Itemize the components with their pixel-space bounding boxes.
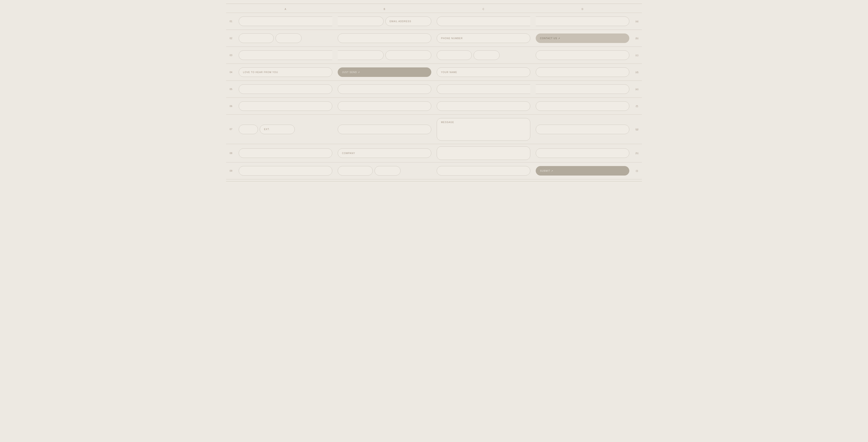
- pill-07b[interactable]: [338, 125, 431, 134]
- pill-07a-1[interactable]: [239, 125, 258, 134]
- pill-03c-1[interactable]: [437, 51, 472, 60]
- row04-col-c: YOUR NAME: [434, 65, 533, 79]
- pill-03a[interactable]: [239, 51, 332, 60]
- pill-02b[interactable]: [338, 33, 431, 43]
- pill-08a[interactable]: [239, 148, 332, 158]
- row-06: 06 (f): [226, 98, 642, 115]
- col-header-a: A: [236, 8, 335, 10]
- pill-08d[interactable]: [536, 148, 629, 158]
- row-index-01: 01: [226, 20, 236, 23]
- row04-col-d: [533, 65, 632, 79]
- pill-09b-2[interactable]: [375, 166, 401, 176]
- row-index-07: 07: [226, 128, 236, 130]
- message-pill[interactable]: MESSAGE: [437, 118, 530, 141]
- row07-col-c: MESSAGE: [434, 116, 533, 143]
- your-name-pill[interactable]: YOUR NAME: [437, 67, 530, 77]
- row04-col-b: JUST SEND ↗: [335, 65, 434, 79]
- pill-02a-2[interactable]: [276, 33, 302, 43]
- pill-05b[interactable]: [338, 84, 431, 94]
- phone-number-pill[interactable]: PHONE NUMBER: [437, 33, 530, 43]
- row-07: 07 EXT. MESSAGE (g): [226, 115, 642, 144]
- row06-col-d: [533, 99, 632, 113]
- pill-04d[interactable]: [536, 67, 629, 77]
- row-alpha-c: (c): [632, 54, 642, 57]
- row06-col-a: [236, 99, 335, 113]
- row08-col-c: [434, 144, 533, 162]
- row08-col-b: COMPANY: [335, 146, 434, 160]
- row07-col-b: [335, 122, 434, 137]
- row01-col-a: [236, 14, 335, 28]
- just-send-button[interactable]: JUST SEND ↗: [338, 67, 431, 77]
- row-05: 05 (e): [226, 81, 642, 98]
- row06-col-b: [335, 99, 434, 113]
- row-alpha-i: (i): [632, 170, 642, 172]
- row01-col-d: [533, 14, 632, 28]
- contact-us-button[interactable]: CONTACT US ↗: [536, 33, 629, 43]
- ext-pill[interactable]: EXT.: [260, 125, 295, 134]
- row-alpha-a: (a): [632, 20, 642, 23]
- col-header-c: C: [434, 8, 533, 10]
- row-03: 03 (c): [226, 47, 642, 64]
- row-index-09: 09: [226, 170, 236, 172]
- pill-09c[interactable]: [437, 166, 530, 176]
- row01-col-b: EMAIL ADDRESS: [335, 14, 434, 28]
- row07-col-d: [533, 122, 632, 137]
- pill-09a[interactable]: [239, 166, 332, 176]
- row09-col-d: SUBMIT ↗: [533, 164, 632, 178]
- row-index-spacer: [226, 8, 236, 10]
- pill-01a[interactable]: [239, 17, 332, 26]
- row04-col-a: LOVE TO HEAR FROM YOU: [236, 65, 335, 79]
- pill-03b-left: [338, 51, 383, 60]
- row-01: 01 EMAIL ADDRESS (a): [226, 13, 642, 30]
- row09-col-c: [434, 164, 533, 178]
- row-index-04: 04: [226, 71, 236, 73]
- row09-col-b: [335, 164, 434, 178]
- row-02: 02 PHONE NUMBER CONTACT US ↗ (b): [226, 30, 642, 47]
- row09-col-a: [236, 164, 335, 178]
- row06-col-c: [434, 99, 533, 113]
- pill-06a[interactable]: [239, 101, 332, 111]
- pill-06c[interactable]: [437, 101, 530, 111]
- col-header-b: B: [335, 8, 434, 10]
- pill-01c[interactable]: [437, 17, 530, 26]
- row01-col-c: [434, 14, 533, 28]
- row02-col-d: CONTACT US ↗: [533, 31, 632, 45]
- pill-06d[interactable]: [536, 101, 629, 111]
- row-09: 09 SUBMIT ↗ (i): [226, 163, 642, 179]
- pill-05c[interactable]: [437, 84, 530, 94]
- row02-col-c: PHONE NUMBER: [434, 31, 533, 45]
- pill-06b[interactable]: [338, 101, 431, 111]
- pill-03b-right[interactable]: [385, 51, 432, 60]
- company-pill[interactable]: COMPANY: [338, 148, 431, 158]
- row-04: 04 LOVE TO HEAR FROM YOU JUST SEND ↗ YOU…: [226, 64, 642, 81]
- row02-col-b: [335, 31, 434, 45]
- pill-09b-1[interactable]: [338, 166, 373, 176]
- row-index-06: 06: [226, 105, 236, 108]
- row-alpha-b: (b): [632, 37, 642, 39]
- pill-01d[interactable]: [536, 17, 629, 26]
- row-index-02: 02: [226, 37, 236, 39]
- row-alpha-h: (h): [632, 152, 642, 154]
- pill-03d[interactable]: [536, 51, 629, 60]
- row-index-08: 08: [226, 152, 236, 154]
- row05-col-d: [533, 82, 632, 96]
- row-index-03: 03: [226, 54, 236, 57]
- pill-05d[interactable]: [536, 84, 629, 94]
- row-alpha-f: (f): [632, 105, 642, 108]
- row-index-05: 05: [226, 88, 236, 90]
- row03-col-d: [533, 48, 632, 62]
- row08-col-a: [236, 146, 335, 160]
- row-alpha-spacer: [632, 8, 642, 10]
- row02-col-a: [236, 31, 335, 45]
- pill-05a[interactable]: [239, 84, 332, 94]
- pill-07d[interactable]: [536, 125, 629, 134]
- bottom-rule: [226, 181, 642, 181]
- love-to-hear-pill: LOVE TO HEAR FROM YOU: [239, 67, 332, 77]
- column-headers: A B C D: [226, 6, 642, 13]
- email-address-pill[interactable]: EMAIL ADDRESS: [385, 17, 432, 26]
- pill-03c-2[interactable]: [473, 51, 500, 60]
- row-08: 08 COMPANY (h): [226, 144, 642, 163]
- submit-button[interactable]: SUBMIT ↗: [536, 166, 629, 176]
- pill-02a-1[interactable]: [239, 33, 274, 43]
- row07-col-a: EXT.: [236, 122, 335, 137]
